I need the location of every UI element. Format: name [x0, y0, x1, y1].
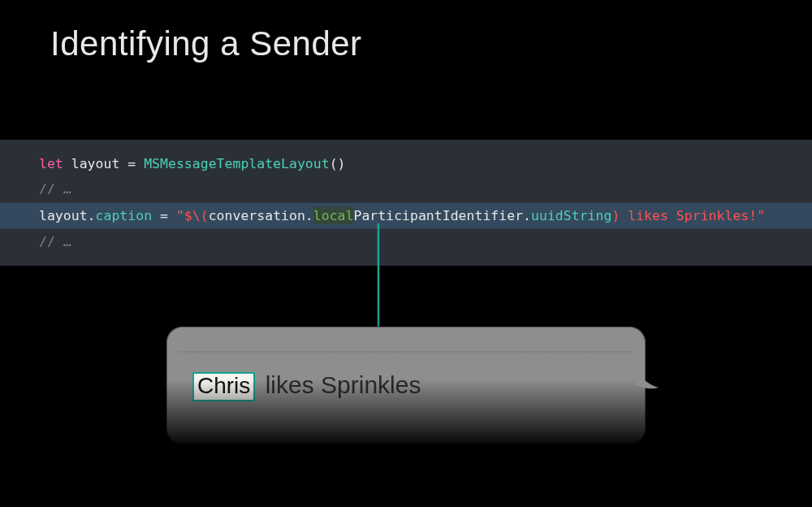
code-paren-close: ): [611, 208, 620, 223]
code-line-3-highlighted: layout.caption = "$\(conversation.localP…: [0, 202, 812, 229]
code-highlight-local: local: [313, 207, 354, 224]
code-prop-uuid: uuidString: [531, 208, 611, 223]
code-keyword-let: let: [39, 156, 63, 171]
bubble-tail-icon: [636, 370, 660, 394]
message-bubble: Chris likes Sprinkles: [166, 327, 646, 444]
code-comment: // …: [39, 181, 71, 197]
code-equals: =: [127, 156, 144, 171]
code-line-1: let layout = MSMessageTemplateLayout(): [0, 151, 812, 176]
code-comment-2: // …: [39, 234, 71, 249]
code-string-open: "$\(: [176, 208, 209, 223]
code-dot: .: [523, 208, 531, 223]
code-line-2: // …: [0, 176, 812, 202]
code-string-tail: likes Sprinkles!": [620, 208, 765, 223]
code-expr-conversation: conversation.: [209, 208, 313, 223]
code-type: MSMessageTemplateLayout: [144, 156, 329, 171]
code-assign: =: [152, 208, 176, 223]
code-panel: let layout = MSMessageTemplateLayout() /…: [0, 140, 812, 266]
code-lhs: layout.: [39, 208, 96, 223]
slide-title: Identifying a Sender: [50, 24, 362, 63]
code-var-layout: layout: [63, 156, 127, 171]
code-call: (): [330, 156, 346, 171]
code-expr-participant: ParticipantIdentifier: [353, 208, 523, 223]
code-line-4: // …: [0, 229, 812, 254]
code-prop-caption: caption: [96, 208, 153, 223]
bubble-rest-text: likes Sprinkles: [258, 371, 421, 398]
sender-name-chip: Chris: [192, 372, 255, 401]
bubble-caption: Chris likes Sprinkles: [192, 371, 421, 401]
